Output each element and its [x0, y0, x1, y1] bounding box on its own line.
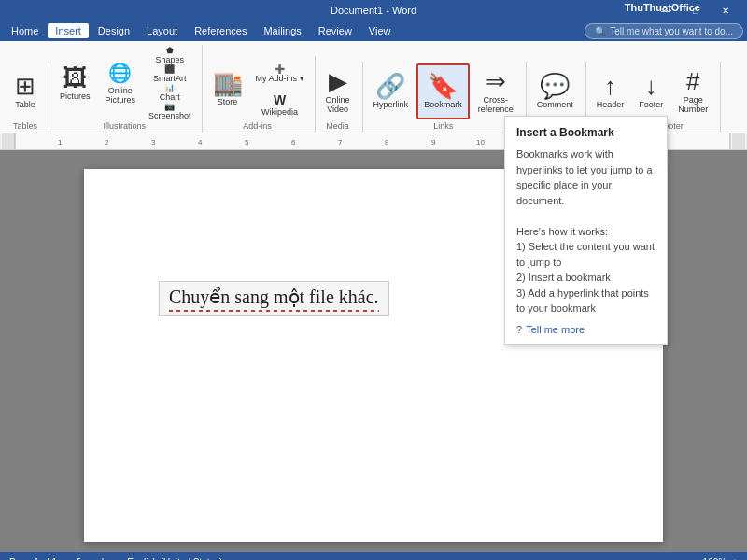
ribbon-btn-footer[interactable]: ↓ Footer [632, 63, 669, 119]
addins-icon: ➕ [275, 64, 285, 74]
svg-text:8: 8 [385, 138, 389, 147]
ribbon-btn-page-number[interactable]: # PageNumber [671, 63, 714, 119]
ribbon-group-media: ▶ OnlineVideo Media [316, 62, 363, 133]
links-group-label: Links [433, 121, 453, 131]
menu-insert[interactable]: Insert [48, 23, 89, 38]
illustrations-group-label: Illustrations [104, 121, 147, 131]
document-content: Chuyển sang một file khác. [169, 287, 379, 307]
shapes-icon: ⬟ [166, 46, 174, 55]
svg-text:5: 5 [245, 138, 249, 147]
hyperlink-icon: 🔗 [375, 74, 405, 98]
ribbon-btn-my-addins[interactable]: ➕My Add-ins ▾ [251, 62, 309, 86]
addins-group-label: Add-ins [243, 121, 272, 131]
menu-mailings[interactable]: Mailings [256, 23, 308, 38]
ribbon-btn-header[interactable]: ↑ Header [590, 63, 631, 119]
screenshot-icon: 📷 [164, 102, 175, 111]
cross-reference-icon: ⇒ [486, 69, 506, 93]
ribbon-btn-table[interactable]: ⊞ Table [7, 63, 43, 119]
ribbon-btn-chart[interactable]: 📊Chart [144, 84, 196, 101]
search-icon: 🔍 [595, 26, 606, 36]
word-count: 5 words [76, 557, 108, 561]
menu-view[interactable]: View [361, 23, 399, 38]
svg-text:10: 10 [476, 138, 485, 147]
ribbon-btn-hyperlink[interactable]: 🔗 Hyperlink [367, 63, 416, 119]
tell-me-input[interactable]: Tell me what you want to do... [610, 26, 733, 36]
svg-text:6: 6 [291, 138, 296, 147]
spell-check-underline [169, 310, 379, 312]
ribbon-btn-pictures[interactable]: 🖼 Pictures [53, 55, 97, 111]
zoom-in-btn[interactable]: + [732, 557, 738, 561]
store-icon: 🏬 [213, 71, 243, 95]
tooltip-tell-me-more[interactable]: ? Tell me more [516, 324, 655, 335]
pictures-icon: 🖼 [63, 65, 87, 90]
bookmark-tooltip: Insert a Bookmark Bookmarks work with hy… [504, 116, 668, 345]
ribbon-group-tables: ⊞ Table Tables [4, 62, 49, 133]
ribbon-btn-online-pictures[interactable]: 🌐 OnlinePictures [99, 55, 143, 111]
comment-icon: 💬 [540, 74, 570, 98]
wikipedia-icon: W [274, 92, 286, 107]
smartart-icon: ⬛ [164, 64, 175, 74]
tooltip-title: Insert a Bookmark [516, 126, 655, 139]
page-number-icon: # [686, 69, 699, 93]
table-label: Table [15, 100, 35, 109]
menu-bar: Home Insert Design Layout References Mai… [0, 21, 747, 41]
status-bar: Page 1 of 1 5 words English (United Stat… [0, 552, 747, 560]
title-bar: Document1 - Word ThuThuatOffice — □ ✕ [0, 0, 747, 21]
language: English (United States) [127, 557, 222, 561]
ribbon-group-illustrations: 🖼 Pictures 🌐 OnlinePictures ⬟Shapes ⬛Sma… [49, 45, 203, 133]
menu-design[interactable]: Design [91, 23, 137, 38]
media-group-label: Media [326, 121, 349, 131]
svg-text:3: 3 [151, 138, 156, 147]
ribbon-btn-cross-reference[interactable]: ⇒ Cross-reference [472, 63, 520, 119]
chart-icon: 📊 [164, 83, 175, 92]
ribbon-group-addins: 🏬 Store ➕My Add-ins ▾ WWikipedia Add-ins [203, 56, 316, 133]
ribbon-btn-shapes[interactable]: ⬟Shapes [144, 47, 196, 63]
zoom-out-btn[interactable]: − [692, 557, 698, 561]
ribbon-group-links: 🔗 Hyperlink 🔖 Bookmark ⇒ Cross-reference… [363, 62, 527, 133]
online-pictures-icon: 🌐 [108, 62, 132, 84]
menu-review[interactable]: Review [311, 23, 359, 38]
header-icon: ↑ [604, 74, 616, 98]
menu-references[interactable]: References [187, 23, 254, 38]
footer-icon: ↓ [645, 74, 657, 98]
zoom-level: 100% [703, 557, 727, 561]
ribbon-btn-bookmark[interactable]: 🔖 Bookmark [416, 63, 470, 119]
ribbon-btn-store[interactable]: 🏬 Store [206, 61, 249, 117]
ribbon: ⊞ Table Tables 🖼 Pictures 🌐 OnlinePictur… [0, 41, 747, 133]
svg-text:7: 7 [338, 138, 343, 147]
brand-watermark: ThuThuatOffice [625, 2, 700, 13]
ribbon-btn-screenshot[interactable]: 📷Screenshot [144, 103, 196, 119]
video-icon: ▶ [329, 69, 347, 93]
table-icon: ⊞ [15, 74, 35, 98]
document-text-block: Chuyển sang một file khác. [159, 281, 389, 316]
ribbon-btn-online-video[interactable]: ▶ OnlineVideo [319, 63, 357, 119]
ribbon-btn-smartart[interactable]: ⬛SmartArt [144, 65, 196, 82]
menu-home[interactable]: Home [4, 23, 46, 38]
ribbon-btn-comment[interactable]: 💬 Comment [530, 63, 580, 119]
app-title: Document1 - Word [331, 5, 416, 16]
svg-text:9: 9 [431, 138, 436, 147]
svg-text:4: 4 [198, 138, 203, 147]
help-icon: ? [516, 324, 522, 335]
bookmark-icon: 🔖 [428, 74, 458, 98]
tooltip-body: Bookmarks work with hyperlinks to let yo… [516, 147, 655, 316]
page-count: Page 1 of 1 [9, 557, 57, 561]
menu-layout[interactable]: Layout [139, 23, 185, 38]
close-button[interactable]: ✕ [712, 2, 740, 19]
svg-text:2: 2 [105, 138, 109, 147]
svg-text:1: 1 [58, 138, 63, 147]
tables-group-label: Tables [13, 121, 37, 131]
ribbon-btn-wikipedia[interactable]: WWikipedia [251, 90, 309, 119]
